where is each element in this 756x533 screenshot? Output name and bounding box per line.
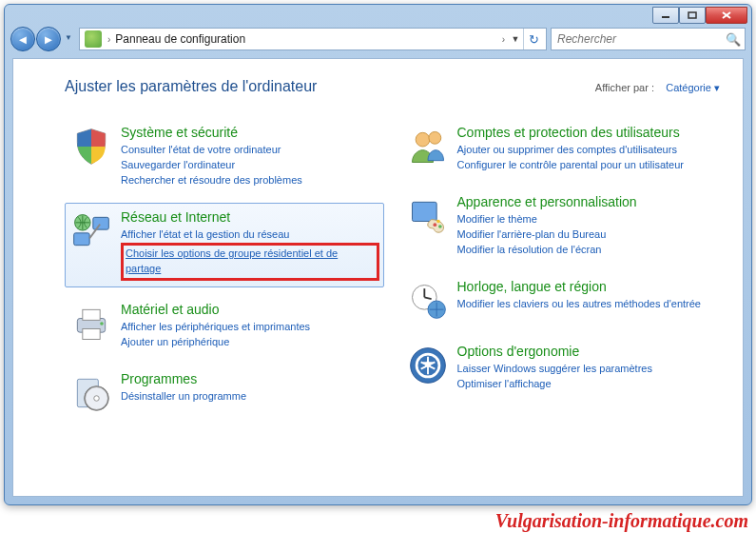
category-users: Comptes et protection des utilisateursAj… xyxy=(401,118,721,180)
category-link[interactable]: Afficher l'état et la gestion du réseau xyxy=(121,227,379,243)
maximize-button[interactable] xyxy=(679,7,706,24)
shield-icon xyxy=(69,125,113,168)
category-title-system[interactable]: Système et sécurité xyxy=(121,125,379,140)
svg-point-15 xyxy=(94,395,100,401)
category-link[interactable]: Modifier la résolution de l'écran xyxy=(457,243,716,258)
category-programs: ProgrammesDésinstaller un programme xyxy=(65,365,384,422)
category-body: Options d'ergonomieLaisser Windows suggé… xyxy=(457,344,716,392)
svg-rect-10 xyxy=(83,328,100,339)
search-input[interactable] xyxy=(555,31,726,47)
category-link[interactable]: Consulter l'état de votre ordinateur xyxy=(121,143,379,158)
category-body: Système et sécuritéConsulter l'état de v… xyxy=(121,125,379,188)
category-clock: Horloge, langue et régionModifier les cl… xyxy=(401,272,721,329)
nav-history-dropdown[interactable]: ▼ xyxy=(62,27,75,48)
svg-rect-9 xyxy=(83,309,100,320)
address-dropdown[interactable]: ▼ xyxy=(508,34,523,44)
ease-access-icon xyxy=(406,344,450,387)
right-column: Comptes et protection des utilisateursAj… xyxy=(401,118,721,422)
content-header: Ajuster les paramètres de l'ordinateur A… xyxy=(65,78,720,95)
svg-point-16 xyxy=(416,132,430,147)
category-appearance: Apparence et personnalisationModifier le… xyxy=(401,188,721,265)
svg-rect-1 xyxy=(688,12,696,18)
category-title-appearance[interactable]: Apparence et personnalisation xyxy=(457,194,716,209)
svg-point-11 xyxy=(100,322,104,326)
category-link[interactable]: Modifier le thème xyxy=(457,212,716,227)
svg-rect-18 xyxy=(412,202,436,221)
forward-button[interactable]: ► xyxy=(36,27,61,51)
category-title-programs[interactable]: Programmes xyxy=(121,371,379,386)
category-title-hardware[interactable]: Matériel et audio xyxy=(121,302,379,317)
refresh-button[interactable]: ↻ xyxy=(523,29,544,49)
category-link[interactable]: Modifier les claviers ou les autres méth… xyxy=(457,297,716,312)
category-body: Apparence et personnalisationModifier le… xyxy=(457,194,716,258)
breadcrumb-path[interactable]: Panneau de configuration xyxy=(113,32,498,46)
palette-icon xyxy=(406,194,450,238)
category-system: Système et sécuritéConsulter l'état de v… xyxy=(65,118,384,195)
breadcrumb-sep-end[interactable]: › xyxy=(499,34,508,45)
category-link[interactable]: Rechercher et résoudre des problèmes xyxy=(121,173,379,188)
svg-point-20 xyxy=(438,225,442,228)
navigation-bar: ◄ ► ▼ › Panneau de configuration › ▼ ↻ 🔍 xyxy=(10,24,746,54)
content-area: Ajuster les paramètres de l'ordinateur A… xyxy=(12,58,744,497)
category-hardware: Matériel et audioAfficher les périphériq… xyxy=(65,295,384,357)
close-button[interactable] xyxy=(706,7,747,24)
back-button[interactable]: ◄ xyxy=(10,27,35,51)
address-bar[interactable]: › Panneau de configuration › ▼ ↻ xyxy=(79,28,547,50)
svg-point-19 xyxy=(433,223,436,227)
window-buttons xyxy=(652,7,747,22)
cd-box-icon xyxy=(69,371,113,415)
svg-rect-4 xyxy=(74,233,90,246)
category-link[interactable]: Afficher les périphériques et imprimante… xyxy=(121,320,379,335)
category-link[interactable]: Configurer le contrôle parental pour un … xyxy=(457,158,716,173)
svg-rect-5 xyxy=(93,217,108,229)
titlebar xyxy=(5,5,751,22)
view-by-label: Afficher par : xyxy=(595,82,654,93)
category-network: Réseau et InternetAfficher l'état et la … xyxy=(65,203,384,287)
people-icon xyxy=(406,125,450,168)
search-box[interactable]: 🔍 xyxy=(551,28,746,50)
category-link[interactable]: Optimiser l'affichage xyxy=(457,377,716,392)
minimize-button[interactable] xyxy=(652,7,679,24)
category-body: Réseau et InternetAfficher l'état et la … xyxy=(121,209,379,281)
globe-network-icon xyxy=(69,209,113,253)
watermark: Vulgarisation-informatique.com xyxy=(495,510,748,532)
categories-grid: Système et sécuritéConsulter l'état de v… xyxy=(65,118,720,422)
nav-arrows: ◄ ► ▼ xyxy=(10,27,75,51)
category-body: Matériel et audioAfficher les périphériq… xyxy=(121,302,379,350)
left-column: Système et sécuritéConsulter l'état de v… xyxy=(65,118,384,422)
category-link[interactable]: Ajouter un périphérique xyxy=(121,335,379,350)
category-body: Horloge, langue et régionModifier les cl… xyxy=(457,279,716,323)
category-body: ProgrammesDésinstaller un programme xyxy=(121,371,379,415)
category-title-clock[interactable]: Horloge, langue et région xyxy=(457,279,716,294)
category-title-ease[interactable]: Options d'ergonomie xyxy=(457,344,716,359)
view-by: Afficher par : Catégorie ▾ xyxy=(595,82,720,94)
category-title-users[interactable]: Comptes et protection des utilisateurs xyxy=(457,125,716,140)
category-link[interactable]: Sauvegarder l'ordinateur xyxy=(121,158,379,173)
svg-point-21 xyxy=(436,220,440,224)
window: ◄ ► ▼ › Panneau de configuration › ▼ ↻ 🔍… xyxy=(4,4,752,505)
clock-globe-icon xyxy=(406,279,450,323)
svg-point-17 xyxy=(428,131,440,144)
breadcrumb-sep: › xyxy=(105,34,113,45)
category-ease: Options d'ergonomieLaisser Windows suggé… xyxy=(401,337,721,399)
page-title: Ajuster les paramètres de l'ordinateur xyxy=(65,78,317,95)
category-link[interactable]: Désinstaller un programme xyxy=(121,389,379,405)
category-link[interactable]: Modifier l'arrière-plan du Bureau xyxy=(457,227,716,243)
view-by-value[interactable]: Catégorie ▾ xyxy=(666,82,720,93)
control-panel-icon xyxy=(85,30,102,48)
category-link[interactable]: Laisser Windows suggérer les paramètres xyxy=(457,362,716,377)
search-icon[interactable]: 🔍 xyxy=(726,32,741,47)
category-title-network[interactable]: Réseau et Internet xyxy=(121,209,379,225)
category-body: Comptes et protection des utilisateursAj… xyxy=(457,125,716,173)
category-link[interactable]: Ajouter ou supprimer des comptes d'utili… xyxy=(457,143,716,158)
printer-icon xyxy=(69,302,113,345)
category-link[interactable]: Choisir les options de groupe résidentie… xyxy=(121,243,379,281)
